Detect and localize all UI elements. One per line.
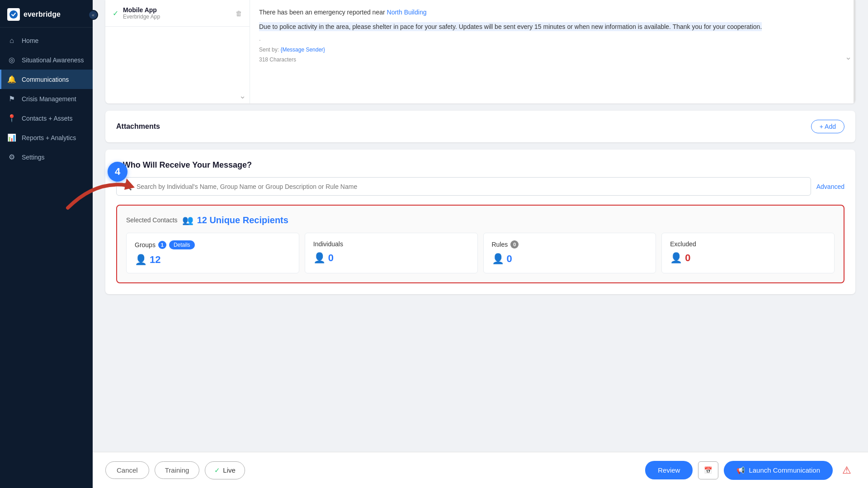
scroll-down-indicator: ⌄: [239, 91, 246, 101]
rules-count: 0: [507, 253, 512, 265]
message-body: There has been an emergency reported nea…: [259, 7, 846, 17]
individuals-count: 0: [328, 252, 334, 264]
search-icon: 🔍: [123, 182, 132, 191]
attachments-card: Attachments + Add: [105, 111, 855, 142]
live-label: Live: [223, 466, 236, 474]
sidebar-item-home[interactable]: ⌂ Home: [0, 31, 93, 50]
warning-button[interactable]: ⚠: [838, 462, 855, 479]
app-sub: Everbridge App: [123, 14, 160, 20]
sender-link[interactable]: {Message Sender}: [280, 47, 325, 53]
search-box: 🔍: [116, 177, 811, 196]
selected-contacts-label: Selected Contacts: [126, 216, 178, 224]
reports-analytics-icon: 📊: [7, 133, 16, 142]
search-row: 🔍 Advanced: [116, 177, 844, 196]
training-button[interactable]: Training: [155, 461, 200, 479]
char-count: 318 Characters: [259, 56, 846, 63]
message-text-before-link: There has been an emergency reported nea…: [259, 9, 387, 16]
calendar-button[interactable]: 📅: [698, 461, 718, 479]
sidebar-item-label: Crisis Management: [22, 95, 76, 103]
sidebar-nav: ⌂ Home ◎ Situational Awareness 🔔 Communi…: [0, 28, 93, 488]
mobile-app-info: ✓ Mobile App Everbridge App: [113, 6, 160, 20]
attachments-title: Attachments: [116, 122, 160, 131]
main-content: ✓ Mobile App Everbridge App 🗑 ⌄ There ha…: [93, 0, 868, 488]
sidebar-item-reports-analytics[interactable]: 📊 Reports + Analytics: [0, 128, 93, 147]
groups-count: 12: [150, 254, 160, 266]
trash-icon[interactable]: 🗑: [236, 9, 242, 17]
groups-person-icon: 👤: [135, 254, 147, 266]
people-icon: 👥: [182, 215, 193, 225]
stat-title-excluded: Excluded: [670, 240, 826, 248]
sidebar-item-label: Communications: [22, 76, 69, 83]
launch-communication-button[interactable]: 📢 Launch Communication: [724, 461, 833, 480]
bottom-bar: Cancel Training ✓ Live Review 📅 📢 Launch…: [93, 452, 868, 488]
stats-grid: Groups 1 Details 👤 12 Individuals: [126, 233, 835, 273]
stat-card-groups: Groups 1 Details 👤 12: [126, 233, 299, 273]
rules-label: Rules: [492, 241, 508, 248]
message-link[interactable]: North Building: [387, 9, 427, 16]
home-icon: ⌂: [7, 37, 16, 45]
sidebar-item-communications[interactable]: 🔔 Communications: [0, 70, 93, 89]
excluded-value: 👤 0: [670, 252, 826, 264]
contacts-assets-icon: 📍: [7, 114, 16, 122]
sidebar-logo: everbridge: [0, 0, 93, 28]
logo-text: everbridge: [24, 10, 61, 19]
message-sender: Sent by: {Message Sender}: [259, 47, 846, 53]
message-card: ✓ Mobile App Everbridge App 🗑 ⌄ There ha…: [105, 0, 855, 103]
app-name: Mobile App: [123, 6, 160, 14]
sidebar: everbridge « ⌂ Home ◎ Situational Awaren…: [0, 0, 93, 488]
calendar-icon: 📅: [704, 466, 712, 474]
excluded-count: 0: [685, 252, 690, 264]
review-button[interactable]: Review: [645, 461, 693, 479]
groups-badge: 1: [158, 241, 166, 249]
crisis-management-icon: ⚑: [7, 94, 16, 103]
right-border: [854, 0, 855, 103]
recipients-search-input[interactable]: [137, 183, 804, 190]
stat-title-groups: Groups 1 Details: [135, 240, 291, 249]
advanced-link[interactable]: Advanced: [816, 183, 844, 190]
individuals-value: 👤 0: [313, 252, 469, 264]
groups-details-button[interactable]: Details: [169, 240, 195, 249]
channel-scroll-area[interactable]: ⌄: [105, 27, 250, 103]
situational-awareness-icon: ◎: [7, 56, 16, 64]
message-highlighted-text: Due to police activity in the area, plea…: [259, 22, 762, 31]
sidebar-item-label: Home: [22, 37, 38, 44]
sidebar-item-label: Situational Awareness: [22, 56, 84, 64]
sidebar-collapse-button[interactable]: «: [88, 10, 98, 20]
selected-contacts-header: Selected Contacts 👥 12 Unique Recipients: [126, 215, 835, 225]
sidebar-item-contacts-assets[interactable]: 📍 Contacts + Assets: [0, 108, 93, 128]
message-dot: .: [259, 35, 846, 42]
groups-value: 👤 12: [135, 254, 291, 266]
sidebar-item-label: Contacts + Assets: [22, 115, 72, 122]
message-content: There has been an emergency reported nea…: [250, 0, 855, 103]
sidebar-item-label: Reports + Analytics: [22, 134, 76, 141]
message-channel-list: ✓ Mobile App Everbridge App 🗑 ⌄: [105, 0, 250, 103]
warning-icon: ⚠: [842, 465, 851, 476]
sidebar-item-settings[interactable]: ⚙ Settings: [0, 147, 93, 167]
rules-badge: 0: [510, 240, 519, 249]
stat-card-individuals: Individuals 👤 0: [305, 233, 478, 273]
sidebar-item-label: Settings: [22, 154, 45, 161]
rules-value: 👤 0: [492, 253, 648, 265]
sidebar-item-crisis-management[interactable]: ⚑ Crisis Management: [0, 89, 93, 108]
excluded-person-icon: 👤: [670, 252, 682, 264]
check-icon: ✓: [113, 9, 118, 18]
recipients-card: › Who Will Receive Your Message? 🔍 Advan…: [105, 150, 855, 294]
live-check-icon: ✓: [214, 466, 220, 474]
excluded-label: Excluded: [670, 240, 696, 248]
live-button[interactable]: ✓ Live: [205, 461, 245, 479]
bottom-right: Review 📅 📢 Launch Communication ⚠: [645, 461, 855, 480]
settings-icon: ⚙: [7, 153, 16, 161]
content-scroll[interactable]: ✓ Mobile App Everbridge App 🗑 ⌄ There ha…: [93, 0, 868, 452]
launch-icon: 📢: [736, 466, 745, 474]
sidebar-item-situational-awareness[interactable]: ◎ Situational Awareness: [0, 50, 93, 70]
groups-label: Groups: [135, 241, 156, 249]
launch-label: Launch Communication: [749, 466, 820, 474]
stat-card-excluded: Excluded 👤 0: [661, 233, 835, 273]
add-attachment-button[interactable]: + Add: [811, 120, 844, 133]
stat-title-individuals: Individuals: [313, 240, 469, 248]
recipients-count: 👥 12 Unique Recipients: [182, 215, 288, 225]
cancel-button[interactable]: Cancel: [105, 461, 149, 479]
stat-card-rules: Rules 0 👤 0: [483, 233, 656, 273]
individuals-person-icon: 👤: [313, 252, 326, 264]
bottom-left: Cancel Training ✓ Live: [105, 461, 245, 479]
